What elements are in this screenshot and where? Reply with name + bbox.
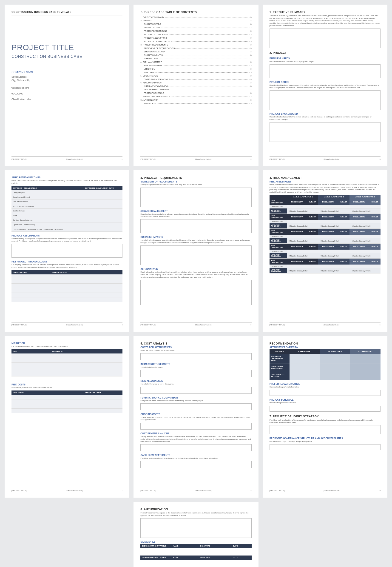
table-row[interactable] <box>12 297 123 302</box>
strategic-alignment-box[interactable] <box>140 219 251 233</box>
cost-benefit-box[interactable] <box>140 444 251 451</box>
date-cell[interactable] <box>84 195 123 199</box>
cost-benefit-desc: Identify all costs and benefits connecte… <box>140 436 251 443</box>
table-row[interactable] <box>12 408 123 413</box>
toc-page: 3 <box>251 30 252 32</box>
alternatives-box[interactable] <box>140 280 251 305</box>
date-cell[interactable] <box>84 204 123 209</box>
table-row[interactable] <box>12 279 123 284</box>
exec-summary-box[interactable] <box>269 28 380 48</box>
table-row[interactable] <box>140 560 251 565</box>
th-outcome: OUTCOME / DELIVERABLE <box>12 186 84 190</box>
project-schedule-box[interactable] <box>269 406 380 412</box>
table-row[interactable] <box>12 293 123 297</box>
business-impacts-box[interactable] <box>140 245 251 265</box>
strategic-alignment-desc: Describe how the project aligns with any… <box>140 213 251 218</box>
project-schedule-desc: Describe the proposed schedule. <box>269 402 380 404</box>
toc-page: 3 <box>251 61 252 63</box>
toc-page: 3 <box>251 92 252 94</box>
delivery-strategy-box[interactable] <box>269 425 380 434</box>
table-row[interactable]: BUSINESS & OPERATIONAL IMPACT <box>269 354 380 364</box>
footer-center: [Classification Label] <box>195 158 211 160</box>
toc-item: RISK ASSESSMENT3 <box>140 64 251 67</box>
table-row[interactable] <box>12 404 123 408</box>
table-row[interactable]: Building Commissioning <box>12 218 123 222</box>
cash-flow-box[interactable] <box>140 461 251 468</box>
table-row[interactable]: Vendor Recommendation <box>12 204 123 209</box>
table-row[interactable] <box>12 395 123 399</box>
mitigation-desc: For each unacceptable risk, indicate how… <box>12 345 123 348</box>
toc-label: RISK ASSESSMENT <box>144 64 162 67</box>
project-scope-box[interactable] <box>269 90 380 110</box>
table-row[interactable]: Work <box>12 213 123 218</box>
table-row[interactable]: COST / BENEFIT ANALYSIS <box>269 372 380 380</box>
th-name: NAME <box>172 544 198 548</box>
table-row[interactable] <box>12 358 123 362</box>
toc-page: 3 <box>251 27 252 29</box>
toc-page: 3 <box>251 23 252 25</box>
alternatives-desc: Detail alternative options to solving th… <box>140 271 251 278</box>
project-background-box[interactable] <box>269 122 380 142</box>
date-cell[interactable] <box>84 213 123 218</box>
page-footer: [PROJECT TITLE][Classification Label]8 <box>140 488 251 492</box>
page-number: 4 <box>122 324 123 326</box>
subheading-preferred-alternative: PREFERRED ALTERNATIVE <box>269 383 380 385</box>
table-row[interactable] <box>12 274 123 279</box>
mitigation-table: RISKMITIGATION <box>12 349 123 376</box>
page-3-exec-summary: 1. EXECUTIVE SUMMARY An executive summar… <box>263 5 387 166</box>
th-risk-event: RISK EVENT <box>12 390 84 395</box>
table-row[interactable]: Contract Award <box>12 209 123 213</box>
preferred-alternative-box[interactable] <box>269 390 380 396</box>
heading-authorization: 8. AUTHORIZATION <box>140 508 251 511</box>
toc-item: PROJECT SCHEDULE3 <box>140 92 251 94</box>
funding-source-box[interactable] <box>140 403 251 410</box>
table-row[interactable] <box>12 399 123 404</box>
project-assumptions-box[interactable] <box>12 244 123 258</box>
costs-alternatives-box[interactable] <box>140 353 251 360</box>
footer-left: [PROJECT TITLE] <box>140 490 155 492</box>
heading-project: 2. PROJECT <box>269 51 380 55</box>
date-cell[interactable] <box>84 209 123 213</box>
toc-page: 3 <box>251 102 252 105</box>
page-2-toc: BUSINESS CASE TABLE OF CONTENTS 1. EXECU… <box>134 5 258 166</box>
date-cell[interactable] <box>84 218 123 222</box>
table-row[interactable]: Design Report <box>12 190 123 195</box>
governance-box[interactable] <box>269 444 380 450</box>
risk-table: VIABLE ALTERNATIVE 1 VIABLE ALTERNATIVE … <box>269 195 380 273</box>
page-8-cost-analysis: 5. COST ANALYSIS COSTS FOR ALTERNATIVES … <box>134 336 258 497</box>
statement-requirements-box[interactable] <box>140 187 251 207</box>
toc-label: PREFERRED ALTERNATIVE <box>144 88 169 91</box>
page-number: 5 <box>251 324 251 326</box>
ongoing-costs-box[interactable] <box>140 423 251 430</box>
business-needs-box[interactable] <box>269 64 380 78</box>
project-title: PROJECT TITLE <box>12 43 123 52</box>
page-footer: [PROJECT TITLE][Classification Label]4 <box>12 322 123 326</box>
table-row[interactable] <box>12 372 123 376</box>
cash-flow-desc: Provide a project-level cash flow statem… <box>140 457 251 460</box>
table-row[interactable] <box>12 288 123 293</box>
toc-page: 3 <box>251 20 252 22</box>
authorization-box[interactable] <box>140 518 251 538</box>
table-row[interactable]: Operational Commissioning <box>12 222 123 227</box>
table-row[interactable] <box>12 354 123 358</box>
date-cell[interactable] <box>84 227 123 231</box>
table-row[interactable] <box>140 548 251 553</box>
infrastructure-costs-box[interactable] <box>140 370 251 377</box>
date-cell[interactable] <box>84 199 123 204</box>
table-row[interactable]: Development Report <box>12 195 123 199</box>
risk-allowances-box[interactable] <box>140 387 251 394</box>
table-row[interactable] <box>12 362 123 367</box>
statement-requirements-desc: Specify the project deliverables and det… <box>140 184 251 186</box>
page-number: 9 <box>379 490 380 492</box>
subheading-business-impacts: BUSINESS IMPACTS <box>140 236 251 238</box>
table-row[interactable]: Pre-Tender Report <box>12 199 123 204</box>
table-row[interactable]: PROJECT RISK ASSESSMENT <box>269 364 380 372</box>
date-cell[interactable] <box>84 222 123 227</box>
toc-page: 3 <box>251 75 252 77</box>
toc-page: 3 <box>251 85 252 87</box>
date-cell[interactable] <box>84 190 123 195</box>
table-row[interactable]: Post Occupancy Evaluation/Building Perfo… <box>12 227 123 231</box>
table-row[interactable] <box>12 367 123 372</box>
table-row[interactable] <box>12 284 123 288</box>
toc-label: 7. PROJECT DELIVERY STRATEGY <box>140 95 173 98</box>
